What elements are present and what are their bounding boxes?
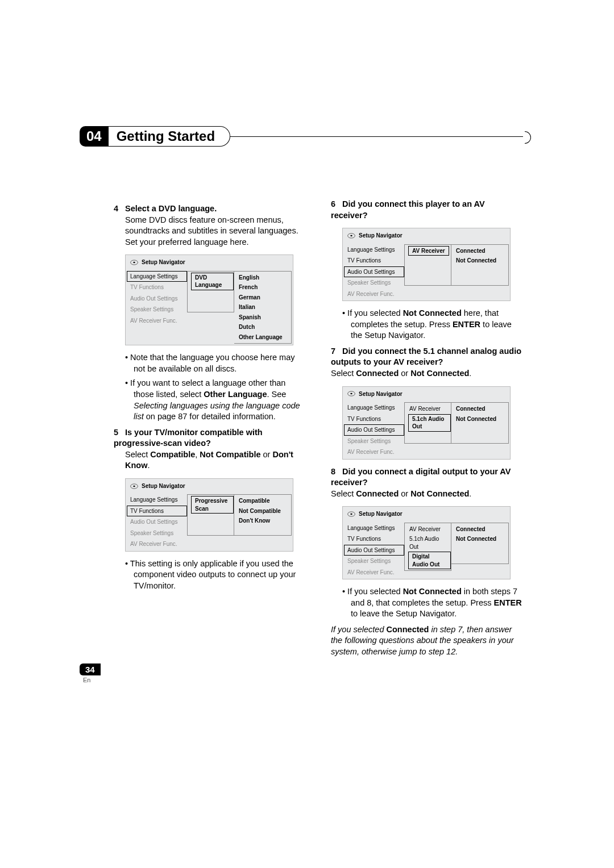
- setup-icon: [130, 483, 138, 490]
- left-column: 4Select a DVD language. Some DVD discs f…: [114, 199, 306, 658]
- menu-center: AV Receiver 5.1ch Audio Out: [404, 402, 451, 444]
- menu-opt: Dutch: [234, 322, 291, 332]
- chapter-badge: 04 Getting Started: [80, 126, 230, 147]
- step-4-title: Select a DVD language.: [125, 204, 217, 213]
- menu-center: DVD Language: [187, 271, 234, 312]
- svg-point-5: [350, 235, 352, 236]
- menu-title-text: Setup Navigator: [142, 482, 185, 490]
- svg-point-9: [350, 514, 352, 515]
- step-5-bullet-1: This setting is only applicable if you u…: [125, 558, 306, 592]
- step-7-title: Did you connect the 5.1 channel analog a…: [331, 347, 521, 367]
- menu-opt: Other Language: [234, 332, 291, 343]
- step-4-bullet-1: Note that the language you choose here m…: [125, 352, 306, 374]
- svg-point-7: [350, 393, 352, 394]
- step-4-bullet-2: If you want to select a language other t…: [125, 378, 306, 422]
- step-heading-6: 6Did you connect this player to an AV re…: [331, 199, 523, 221]
- setup-icon: [347, 232, 355, 239]
- menu-item: AV Receiver Func.: [344, 567, 404, 578]
- step-7-text: Select Connected or Not Connected.: [331, 368, 523, 379]
- menu-item: AV Receiver Func.: [344, 446, 404, 458]
- menu-center-avr: AV Receiver: [405, 404, 451, 414]
- step-heading-7: 7Did you connect the 5.1 channel analog …: [331, 346, 523, 368]
- menu-item: Speaker Settings: [344, 436, 404, 447]
- menu-item: Language Settings: [344, 244, 404, 256]
- menu-title-text: Setup Navigator: [142, 258, 185, 266]
- step-heading-5: 5Is your TV/monitor compatible with prog…: [114, 427, 306, 449]
- menu-left-list: Language Settings TV Functions Audio Out…: [127, 494, 187, 550]
- menu-title: Setup Navigator: [126, 479, 293, 494]
- step-8-bullet-1: If you selected Not Connected in both st…: [342, 586, 523, 620]
- menu-left-list: Language Settings TV Functions Audio Out…: [344, 402, 404, 458]
- menu-title: Setup Navigator: [343, 387, 510, 402]
- setup-navigator-dvd-language: Setup Navigator Language Settings TV Fun…: [125, 254, 293, 345]
- setup-icon: [347, 390, 355, 397]
- menu-options: Connected Not Connected: [451, 523, 509, 564]
- menu-opt: Connected: [451, 524, 508, 535]
- menu-options: Connected Not Connected: [451, 402, 509, 444]
- step-8-tail: If you selected Connected in step 7, the…: [331, 624, 523, 658]
- menu-center: AV Receiver 5.1ch Audio Out Digital Audi…: [404, 523, 451, 571]
- menu-item: TV Functions: [344, 414, 404, 425]
- menu-item: Language Settings: [344, 402, 404, 414]
- menu-opt: Connected: [451, 404, 508, 414]
- menu-item: TV Functions: [344, 255, 404, 266]
- menu-item-audio-out: Audio Out Settings: [344, 424, 404, 436]
- step-5-title: Is your TV/monitor compatible with progr…: [114, 428, 263, 448]
- menu-center-avr: AV Receiver: [408, 246, 449, 256]
- menu-center: AV Receiver: [404, 244, 451, 286]
- menu-opt: English: [234, 273, 291, 283]
- menu-opt: Not Connected: [451, 534, 508, 544]
- menu-item: Speaker Settings: [344, 277, 404, 289]
- menu-opt: Connected: [451, 246, 508, 256]
- menu-opt: Not Connected: [451, 256, 508, 266]
- menu-item-language-settings: Language Settings: [127, 271, 187, 282]
- menu-left-list: Language Settings TV Functions Audio Out…: [344, 244, 404, 300]
- menu-opt: Not Compatible: [234, 506, 291, 516]
- step-6-bullet-1: If you selected Not Connected here, that…: [342, 308, 523, 341]
- menu-opt: German: [234, 293, 291, 303]
- menu-item-tv-functions: TV Functions: [127, 506, 187, 517]
- chapter-title: Getting Started: [109, 126, 230, 147]
- step-5-text: Select Compatible, Not Compatible or Don…: [125, 449, 306, 471]
- setup-navigator-progressive-scan: Setup Navigator Language Settings TV Fun…: [125, 478, 293, 552]
- step-8-text: Select Connected or Not Connected.: [331, 489, 523, 500]
- page-number: 34 En: [80, 663, 101, 683]
- setup-icon: [130, 259, 138, 266]
- menu-item: AV Receiver Func.: [127, 539, 187, 550]
- setup-navigator-digital-out: Setup Navigator Language Settings TV Fun…: [342, 506, 511, 579]
- menu-opt: Don't Know: [234, 516, 291, 526]
- menu-item-audio-out: Audio Out Settings: [127, 293, 187, 304]
- menu-title: Setup Navigator: [126, 255, 293, 270]
- chapter-number: 04: [80, 126, 109, 147]
- step-8-title: Did you connect a digital output to your…: [331, 467, 511, 487]
- menu-item-audio-out: Audio Out Settings: [344, 266, 404, 278]
- menu-center-digital: Digital Audio Out: [408, 552, 451, 569]
- menu-item-speaker: Speaker Settings: [127, 304, 187, 315]
- svg-point-3: [133, 485, 135, 486]
- menu-center-progressive: Progressive Scan: [191, 496, 234, 514]
- menu-center: Progressive Scan: [187, 494, 234, 536]
- menu-opt: Compatible: [234, 496, 291, 506]
- menu-item-avr: AV Receiver Func.: [127, 315, 187, 327]
- menu-item: Audio Out Settings: [127, 516, 187, 528]
- menu-opt: Spanish: [234, 312, 291, 323]
- menu-item: Language Settings: [127, 494, 187, 506]
- page-language: En: [83, 677, 101, 683]
- menu-item-tv-functions: TV Functions: [127, 282, 187, 293]
- menu-title-text: Setup Navigator: [359, 390, 403, 398]
- menu-item-audio-out: Audio Out Settings: [344, 545, 404, 556]
- menu-item: Speaker Settings: [127, 528, 187, 539]
- menu-center-51ch: 5.1ch Audio Out: [408, 414, 451, 432]
- menu-center-dvd-language: DVD Language: [191, 273, 234, 290]
- menu-opt: Italian: [234, 302, 291, 312]
- menu-title-text: Setup Navigator: [359, 510, 403, 518]
- menu-left-list: Language Settings TV Functions Audio Out…: [127, 271, 187, 327]
- right-column: 6Did you connect this player to an AV re…: [331, 199, 523, 658]
- menu-item: TV Functions: [344, 533, 404, 545]
- step-4-text: Some DVD discs feature on-screen menus, …: [125, 215, 306, 248]
- menu-options: Connected Not Connected: [451, 244, 509, 286]
- step-6-title: Did you connect this player to an AV rec…: [331, 199, 485, 220]
- menu-title: Setup Navigator: [343, 507, 510, 521]
- menu-title-text: Setup Navigator: [359, 232, 403, 240]
- menu-center-avr: AV Receiver: [405, 524, 451, 535]
